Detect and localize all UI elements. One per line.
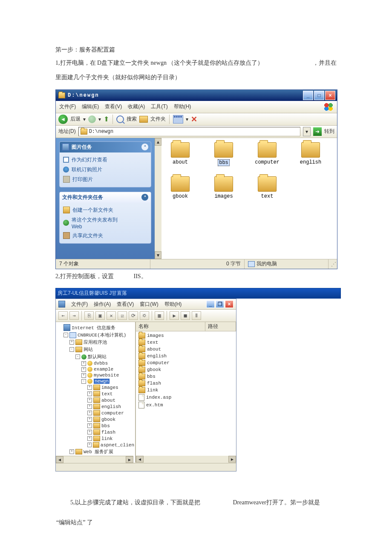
- tree-node-label[interactable]: images: [101, 385, 118, 390]
- menu-help[interactable]: 帮助(H): [174, 103, 191, 110]
- iis-list-hscroll[interactable]: ◂ ▸: [136, 456, 236, 463]
- views-button-icon[interactable]: [173, 115, 183, 124]
- tree-node-label[interactable]: newgn: [94, 379, 110, 384]
- iis-close-button[interactable]: ×: [225, 300, 233, 308]
- tree-node-label[interactable]: bbs: [101, 423, 110, 428]
- expand-icon[interactable]: +: [81, 367, 86, 372]
- scroll-track[interactable]: [144, 456, 228, 462]
- iis-toolbar-button-10[interactable]: ▦: [155, 311, 164, 320]
- folders-button-label[interactable]: 文件夹: [150, 115, 166, 123]
- sidepane-scrollbar[interactable]: ▴ ▾: [155, 138, 161, 259]
- list-item[interactable]: flash: [138, 380, 234, 387]
- folder-text[interactable]: text: [253, 176, 282, 199]
- list-item[interactable]: english: [138, 353, 234, 359]
- iis-menu-help[interactable]: 帮助(H): [164, 301, 182, 308]
- iis-toolbar-button-4[interactable]: ▣: [95, 311, 105, 320]
- menu-view[interactable]: 查看(V): [105, 103, 122, 110]
- list-item[interactable]: ex.htm: [138, 401, 234, 409]
- folder-images[interactable]: images: [209, 176, 238, 199]
- forward-button-icon[interactable]: [88, 115, 96, 123]
- list-item[interactable]: about: [138, 346, 234, 353]
- scroll-left-icon[interactable]: ◂: [136, 456, 144, 463]
- iis-menu-window[interactable]: 窗口(W): [140, 301, 158, 308]
- task-share[interactable]: 共享此文件夹: [63, 231, 147, 241]
- tree-node-label[interactable]: computer: [101, 411, 124, 416]
- expand-icon[interactable]: +: [87, 391, 92, 396]
- expand-icon[interactable]: +: [87, 423, 92, 428]
- maximize-button[interactable]: □: [314, 91, 324, 100]
- expand-icon[interactable]: +: [87, 398, 92, 403]
- iis-menu-view[interactable]: 查看(V): [117, 301, 134, 308]
- back-button-label[interactable]: 后退: [70, 115, 81, 123]
- iis-toolbar-button-0[interactable]: ←: [58, 311, 68, 320]
- scroll-up-icon[interactable]: ▴: [155, 138, 161, 146]
- iis-list-body[interactable]: imagestextaboutenglishcomputergbookbbsfl…: [136, 331, 236, 456]
- iis-minimize-button[interactable]: _: [206, 300, 215, 308]
- scroll-left-icon[interactable]: ◂: [56, 456, 63, 463]
- folder-english[interactable]: english: [296, 142, 325, 166]
- file-area[interactable]: aboutbbscomputerenglishgbookimagestext: [161, 138, 337, 259]
- list-item[interactable]: gbook: [138, 366, 234, 373]
- tree-node-label[interactable]: link: [101, 436, 112, 441]
- task-print[interactable]: 打印图片: [63, 175, 147, 184]
- folder-gbook[interactable]: gbook: [166, 176, 195, 199]
- folder-bbs[interactable]: bbs: [209, 142, 238, 166]
- task-publish[interactable]: 将这个文件夹发布到 Web: [63, 215, 147, 231]
- tree-node-label[interactable]: about: [101, 398, 115, 403]
- expand-icon[interactable]: +: [87, 436, 92, 441]
- collapse-icon[interactable]: ˄: [141, 194, 148, 201]
- folders-button-icon[interactable]: [139, 116, 148, 123]
- tree-node-label[interactable]: text: [101, 391, 112, 397]
- tree-root[interactable]: Internet 信息服务: [72, 325, 115, 331]
- task-newfolder[interactable]: 创建一个新文件夹: [63, 205, 147, 215]
- iis-toolbar-button-1[interactable]: →: [69, 311, 79, 320]
- scroll-track[interactable]: [155, 146, 161, 251]
- forward-dropdown-icon[interactable]: ▾: [98, 116, 101, 122]
- menu-file[interactable]: 文件(F): [59, 103, 76, 110]
- task-slideshow[interactable]: 作为幻灯片查看: [63, 155, 147, 165]
- expand-icon[interactable]: +: [69, 449, 74, 454]
- tree-node-label[interactable]: gbook: [101, 417, 115, 422]
- address-dropdown-icon[interactable]: ▾: [303, 127, 311, 136]
- iis-toolbar-button-7[interactable]: ⟳: [129, 311, 138, 320]
- iis-menu-file[interactable]: 文件(F): [71, 301, 88, 308]
- iis-toolbar-button-3[interactable]: ⎘: [84, 311, 94, 320]
- explorer-titlebar[interactable]: D:\newgn _ □ ×: [56, 90, 337, 101]
- file-tasks-header[interactable]: 文件和文件夹任务 ˄: [60, 192, 151, 203]
- delete-button-icon[interactable]: ✕: [191, 115, 197, 124]
- list-item[interactable]: images: [138, 332, 234, 339]
- resize-grip-icon[interactable]: ⋰: [329, 261, 337, 267]
- scroll-down-icon[interactable]: ▾: [155, 251, 161, 259]
- iis-toolbar-button-12[interactable]: ▶: [170, 311, 179, 320]
- up-button-icon[interactable]: ⬆: [104, 115, 109, 123]
- collapse-icon[interactable]: -: [81, 379, 86, 384]
- menu-edit[interactable]: 编辑(E): [82, 103, 99, 110]
- list-item[interactable]: text: [138, 339, 234, 346]
- folder-computer[interactable]: computer: [253, 142, 282, 166]
- go-button-icon[interactable]: ➜: [313, 127, 322, 136]
- tree-node-label[interactable]: aspnet_clien: [101, 443, 134, 448]
- col-path[interactable]: 路径: [205, 322, 236, 331]
- iis-toolbar-button-14[interactable]: ǁ: [192, 311, 201, 320]
- expand-icon[interactable]: +: [87, 411, 92, 415]
- expand-icon[interactable]: +: [87, 443, 92, 447]
- tree-webext[interactable]: Web 服务扩展: [84, 449, 113, 455]
- address-input[interactable]: D:\newgn: [78, 127, 300, 136]
- col-name[interactable]: 名称: [136, 322, 205, 331]
- collapse-icon[interactable]: -: [63, 333, 68, 337]
- scroll-track[interactable]: [63, 457, 126, 463]
- back-button-icon[interactable]: ◄: [58, 115, 68, 124]
- iis-restore-button[interactable]: ❐: [216, 300, 224, 308]
- tree-apppool[interactable]: 应用程序池: [84, 339, 107, 345]
- expand-icon[interactable]: +: [81, 361, 86, 366]
- iis-toolbar-button-13[interactable]: ■: [181, 311, 190, 320]
- search-button-label[interactable]: 搜索: [127, 115, 137, 123]
- tree-node-label[interactable]: dvbbs: [94, 361, 108, 366]
- tree-node-label[interactable]: mywebsite: [94, 373, 119, 378]
- menu-tools[interactable]: 工具(T): [151, 103, 167, 110]
- expand-icon[interactable]: +: [69, 340, 74, 345]
- list-item[interactable]: index.asp: [138, 394, 234, 401]
- collapse-icon[interactable]: -: [75, 354, 80, 359]
- scroll-right-icon[interactable]: ▸: [126, 456, 133, 463]
- list-item[interactable]: bbs: [138, 373, 234, 380]
